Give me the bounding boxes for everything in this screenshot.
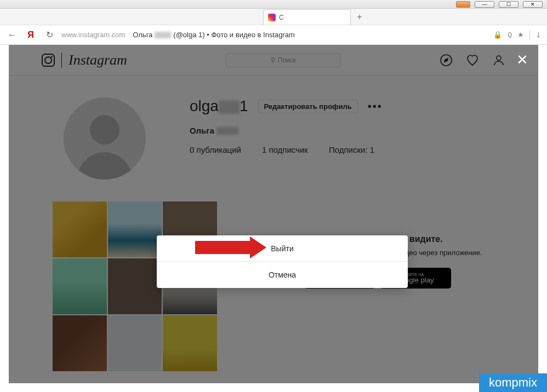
options-modal: Выйти Отмена	[157, 235, 408, 288]
browser-address-bar: ← Я ↻ www.instagram.com Ольга (@olga 1) …	[0, 25, 547, 45]
page-content: Instagram ⚲ Поиск olga1 Редактировать пр…	[9, 45, 538, 383]
window-button[interactable]	[456, 1, 470, 8]
cancel-option[interactable]: Отмена	[157, 262, 408, 288]
close-window-button[interactable]: ✕	[523, 1, 543, 8]
browser-tab-active[interactable]: С	[263, 9, 351, 25]
download-icon[interactable]: ⤓	[535, 31, 542, 39]
redacted-text	[155, 32, 171, 38]
modal-backdrop[interactable]	[9, 45, 538, 383]
window-titlebar: — ☐ ✕	[0, 0, 547, 9]
maximize-button[interactable]: ☐	[499, 1, 518, 8]
url-domain: www.instagram.com	[61, 31, 125, 39]
instagram-favicon-icon	[268, 14, 276, 21]
yandex-button[interactable]: Я	[24, 28, 37, 42]
url-title-name: Ольга	[133, 31, 152, 39]
bookmark-icon[interactable]: ★	[517, 31, 524, 39]
browser-tab-bar: С +	[0, 9, 547, 25]
close-icon[interactable]: ✕	[516, 51, 528, 68]
watermark: kompmix	[479, 373, 547, 392]
logout-option[interactable]: Выйти	[157, 235, 408, 262]
tab-title: С	[279, 14, 284, 21]
address-bar-actions: 🔒 Q ★ ⤓	[493, 30, 542, 41]
back-button[interactable]: ←	[5, 28, 19, 42]
lock-icon: 🔒	[493, 31, 502, 39]
url-display[interactable]: www.instagram.com Ольга (@olga 1) • Фото…	[61, 31, 488, 39]
annotation-arrow	[195, 241, 250, 254]
reader-icon[interactable]: Q	[508, 31, 512, 39]
reload-button[interactable]: ↻	[43, 28, 56, 42]
minimize-button[interactable]: —	[475, 1, 494, 8]
new-tab-button[interactable]: +	[354, 11, 365, 22]
url-title-rest: (@olga 1) • Фото и видео в Instagram	[173, 31, 295, 39]
